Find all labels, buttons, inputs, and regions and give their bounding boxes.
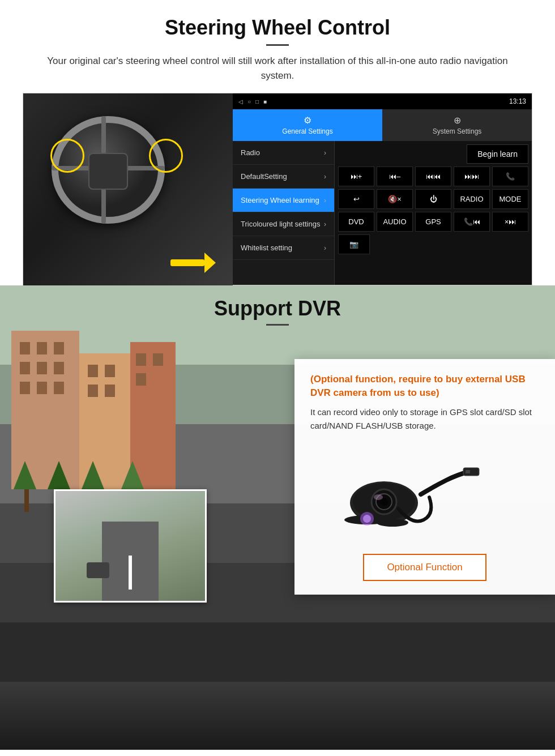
window <box>37 342 47 354</box>
steering-demo: ◁ ○ □ ■ 13:13 ⚙ General Settings ⊕ Syste… <box>23 93 532 285</box>
window <box>20 362 30 374</box>
dvr-background: Support DVR (Optional function, require … <box>0 285 555 682</box>
globe-icon: ⊕ <box>386 115 528 126</box>
window <box>20 342 30 354</box>
mute-next-button[interactable]: ×⏭ <box>492 212 528 232</box>
window <box>105 385 115 397</box>
tree-top <box>48 461 70 489</box>
steering-wheel-section: Steering Wheel Control Your original car… <box>0 0 555 285</box>
chevron-icon: › <box>324 197 326 204</box>
android-statusbar: ◁ ○ □ ■ 13:13 <box>233 93 532 109</box>
dvr-title-divider <box>266 324 289 326</box>
tab-system-settings[interactable]: ⊕ System Settings <box>382 109 532 141</box>
nav-icons: ◁ ○ □ ■ <box>238 99 509 105</box>
menu-item-steering-wheel[interactable]: Steering Wheel learning › <box>233 189 334 212</box>
vol-down-button[interactable]: ⏮– <box>377 166 413 186</box>
tab-system-label: System Settings <box>433 127 482 135</box>
tree <box>17 461 36 512</box>
tree-top <box>14 461 36 489</box>
window <box>88 365 98 377</box>
highlight-circle-right <box>149 139 183 173</box>
ctrl-row-3: DVD AUDIO GPS 📞⏮ ×⏭ <box>338 212 528 232</box>
preview-road-line <box>129 556 132 590</box>
wheel-hub <box>88 153 128 190</box>
svg-point-11 <box>363 515 371 523</box>
recent-nav-icon[interactable]: □ <box>255 99 259 105</box>
home-nav-icon[interactable]: ○ <box>247 99 251 105</box>
power-button[interactable]: ⏻ <box>415 189 451 209</box>
window <box>54 342 64 354</box>
arrow-body <box>170 259 204 266</box>
steering-wheel-graphic <box>46 110 187 235</box>
android-tabs: ⚙ General Settings ⊕ System Settings <box>233 109 532 141</box>
window <box>136 353 146 366</box>
window <box>88 385 98 397</box>
svg-point-5 <box>374 494 383 500</box>
next-track-button[interactable]: ⏭⏭ <box>454 166 490 186</box>
begin-learn-button[interactable]: Begin learn <box>467 144 528 164</box>
menu-item-tricoloured[interactable]: Tricoloured light settings › <box>233 212 334 236</box>
dvr-preview-image <box>54 489 207 603</box>
status-time: 13:13 <box>509 97 526 105</box>
menu-panel: Radio › DefaultSetting › Steering Wheel … <box>233 141 335 285</box>
menu-nav-icon[interactable]: ■ <box>263 99 267 105</box>
gps-button[interactable]: GPS <box>415 212 451 232</box>
window <box>37 382 47 394</box>
tab-general-label: General Settings <box>282 127 332 135</box>
dvr-description: It can record video only to storage in G… <box>310 405 539 433</box>
android-content: Radio › DefaultSetting › Steering Wheel … <box>233 141 532 285</box>
dvr-section: Support DVR (Optional function, require … <box>0 285 555 750</box>
preview-car <box>87 562 109 578</box>
mute-button[interactable]: 🔇× <box>377 189 413 209</box>
dvr-button[interactable]: 📷 <box>338 234 370 254</box>
window <box>54 362 64 374</box>
window <box>105 365 115 377</box>
mode-button[interactable]: MODE <box>492 189 528 209</box>
phone-prev-button[interactable]: 📞⏮ <box>454 212 490 232</box>
prev-track-button[interactable]: ⏮⏮ <box>415 166 451 186</box>
tree-trunk <box>24 489 29 512</box>
chevron-icon: › <box>324 173 326 181</box>
dvd-button[interactable]: DVD <box>338 212 374 232</box>
tree-top <box>121 461 144 489</box>
dvr-optional-text: (Optional function, require to buy exter… <box>310 373 539 400</box>
window <box>20 382 30 394</box>
dvr-infobox: (Optional function, require to buy exter… <box>294 359 555 595</box>
hang-up-button[interactable]: ↩ <box>338 189 374 209</box>
ctrl-row-1: ⏭+ ⏮– ⏮⏮ ⏭⏭ 📞 <box>338 166 528 186</box>
audio-button[interactable]: AUDIO <box>377 212 413 232</box>
dvr-camera-graphic <box>310 441 480 543</box>
window <box>54 382 64 394</box>
highlight-circle-left <box>50 139 84 173</box>
dvr-section-title: Support DVR <box>214 297 341 321</box>
vol-up-button[interactable]: ⏭+ <box>338 166 374 186</box>
chevron-icon: › <box>324 149 326 157</box>
back-nav-icon[interactable]: ◁ <box>238 99 243 105</box>
radio-button[interactable]: RADIO <box>454 189 490 209</box>
arrow-graphic <box>170 246 216 275</box>
svg-rect-7 <box>466 470 470 473</box>
control-panel: Begin learn ⏭+ ⏮– ⏮⏮ ⏭⏭ 📞 ↩ 🔇× ⏻ <box>335 141 532 285</box>
chevron-icon: › <box>324 244 326 252</box>
dvr-title-overlay: Support DVR <box>0 297 555 326</box>
dashboard-strip <box>0 682 555 750</box>
steering-photo <box>23 93 233 286</box>
title-divider <box>266 44 289 46</box>
menu-item-defaultsetting[interactable]: DefaultSetting › <box>233 165 334 189</box>
page-title: Steering Wheel Control <box>23 16 532 40</box>
menu-item-whitelist[interactable]: Whitelist setting › <box>233 236 334 260</box>
ctrl-row-2: ↩ 🔇× ⏻ RADIO MODE <box>338 189 528 209</box>
begin-learn-row: Begin learn <box>338 144 528 164</box>
tab-general-settings[interactable]: ⚙ General Settings <box>233 109 382 141</box>
optional-function-button[interactable]: Optional Function <box>363 554 486 581</box>
phone-button[interactable]: 📞 <box>492 166 528 186</box>
menu-item-radio[interactable]: Radio › <box>233 141 334 165</box>
window <box>136 373 146 386</box>
chevron-icon: › <box>324 220 326 228</box>
tree-top <box>82 461 104 489</box>
gear-icon: ⚙ <box>236 115 379 126</box>
ctrl-row-4: 📷 <box>338 234 528 254</box>
subtitle-text: Your original car's steering wheel contr… <box>45 54 510 83</box>
arrow-head <box>204 253 216 273</box>
svg-point-9 <box>377 519 408 527</box>
